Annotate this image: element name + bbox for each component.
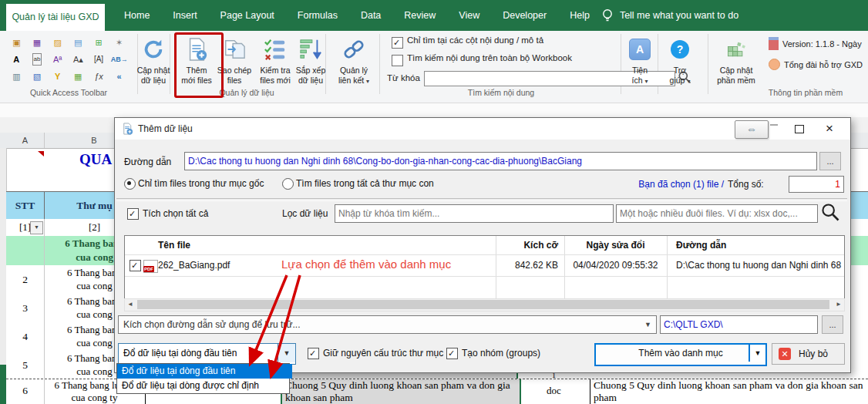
- search-files-icon[interactable]: [819, 201, 841, 226]
- briefcase-search-icon[interactable]: ▣: [12, 37, 20, 48]
- table-search-icon[interactable]: ▥: [12, 71, 20, 82]
- radio-subfolders[interactable]: [282, 178, 294, 190]
- tell-me-box[interactable]: Tell me what you want to do: [601, 8, 738, 22]
- column-header-a[interactable]: A: [6, 133, 45, 148]
- chevron-down-icon[interactable]: ▼: [278, 344, 295, 362]
- tab-insert[interactable]: Insert: [161, 10, 208, 21]
- font-style-icon[interactable]: Aª: [53, 54, 62, 65]
- close-button[interactable]: ×: [816, 119, 843, 139]
- translate-icon[interactable]: AB→: [111, 54, 128, 65]
- filter-label: Lọc dữ liệu: [282, 208, 328, 219]
- file-list-table: Tên file Kích cỡ Ngày sửa đổi Đường dẫn …: [124, 235, 845, 299]
- scroll-left-icon[interactable]: ◄: [125, 300, 136, 309]
- column-header-name[interactable]: Tên file: [158, 236, 190, 254]
- tab-quan-ly-tai-lieu-gxd[interactable]: Quản lý tài liệu GXD: [6, 4, 105, 31]
- row-mode-combobox[interactable]: Đổ dữ liệu tại dòng đầu tiên ▼: [118, 343, 296, 365]
- column-header-size[interactable]: Kích cỡ: [433, 236, 558, 254]
- checkbox-search-columns[interactable]: [392, 37, 403, 49]
- help-button[interactable]: ? Trợgiúp: [663, 33, 697, 99]
- open-folder-icon[interactable]: ▨: [53, 37, 61, 48]
- tab-data[interactable]: Data: [349, 10, 392, 21]
- horizontal-scrollbar[interactable]: ◄ ►: [124, 298, 845, 311]
- keyword-label: Từ khóa: [387, 73, 420, 82]
- scroll-right-icon[interactable]: ►: [833, 300, 844, 309]
- row-file-size: 842.62 KB: [433, 254, 558, 276]
- tab-developer[interactable]: Developer: [491, 10, 558, 21]
- dropdown-option-first-row[interactable]: Đổ dữ liệu tại dòng đầu tiên: [117, 364, 292, 379]
- add-to-catalog-button[interactable]: Thêm vào danh mục ▼: [594, 343, 767, 366]
- checkbox-select-all[interactable]: [127, 208, 139, 220]
- cell-doc-type[interactable]: doc: [518, 379, 590, 404]
- tab-help[interactable]: Help: [558, 10, 601, 21]
- dialog-title: Thêm dữ liệu: [138, 118, 193, 140]
- bold-a-icon[interactable]: A: [13, 54, 19, 65]
- minimize-button[interactable]: [770, 124, 778, 126]
- checkbox-keep-structure[interactable]: [308, 348, 319, 359]
- table-insert-icon[interactable]: ▧: [33, 71, 41, 82]
- refresh-data-button[interactable]: Cập nhậtdữ liệu: [136, 33, 170, 99]
- cell-content[interactable]: Chuong 5 Quy dinh luong khoan san pham v…: [590, 379, 868, 404]
- browse-path-button[interactable]: ...: [819, 152, 841, 170]
- hotline-info[interactable]: Tổng đài hỗ trợ GXD: [769, 59, 863, 70]
- checkbox-search-workbook[interactable]: [392, 55, 403, 66]
- org-chart-icon[interactable]: ⊞: [95, 37, 102, 48]
- filter-keyword-input[interactable]: [335, 204, 614, 223]
- browse-storage-button[interactable]: ...: [822, 315, 843, 334]
- column-header-path[interactable]: Đường dẫn: [676, 236, 726, 254]
- storage-path-input[interactable]: [660, 315, 818, 334]
- sheet-title: QUA: [79, 151, 112, 168]
- textbox-icon[interactable]: ab: [32, 53, 42, 66]
- resize-button[interactable]: ⇔: [735, 120, 769, 139]
- wrench-icon[interactable]: ✶: [116, 37, 123, 48]
- ribbon: ▣ ▦ ▨ ▤ ⊞ ✶ A ab Aª A▴ [A] AB→ ▥ ▧ Y ▦ ƒ…: [0, 31, 868, 103]
- red-x-icon: ✕: [779, 348, 791, 360]
- total-count-field[interactable]: 1: [789, 176, 844, 193]
- select-text-icon[interactable]: [A]: [94, 54, 103, 65]
- filter-icon[interactable]: Y: [55, 71, 60, 82]
- tab-formulas[interactable]: Formulas: [286, 10, 349, 21]
- cell-stt[interactable]: 3: [6, 294, 45, 322]
- chevron-down-icon: [644, 76, 648, 85]
- cell-stt[interactable]: 4: [6, 322, 45, 351]
- chevron-down-icon[interactable]: ▼: [749, 345, 765, 362]
- dropdown-option-specified-row[interactable]: Đổ dữ liệu tại dòng được chỉ định: [117, 379, 292, 393]
- maximize-button[interactable]: [788, 120, 811, 137]
- separator-line: [116, 198, 847, 201]
- tab-page-layout[interactable]: Page Layout: [209, 10, 286, 21]
- path-input[interactable]: [184, 152, 817, 170]
- cell-stt-header[interactable]: STT: [6, 192, 45, 219]
- storage-path-dropdown[interactable]: Kích chọn đường dẫn sử dụng để lưu trữ..…: [118, 315, 657, 334]
- tab-review[interactable]: Review: [392, 10, 447, 21]
- new-file-icon[interactable]: ▤: [74, 37, 82, 48]
- utilities-button[interactable]: A Tiệních: [624, 33, 655, 99]
- tab-view[interactable]: View: [447, 10, 491, 21]
- font-size-icon[interactable]: A▴: [73, 54, 83, 65]
- function-fx-icon[interactable]: ƒx: [94, 71, 103, 82]
- column-header-modified[interactable]: Ngày sửa đổi: [564, 236, 667, 254]
- row-checkbox[interactable]: [130, 260, 141, 271]
- chevron-down-icon: [366, 76, 369, 85]
- radio-root-folder[interactable]: [124, 178, 136, 190]
- cell-stt[interactable]: 2: [6, 265, 45, 294]
- tab-home[interactable]: Home: [113, 10, 161, 21]
- link-icon: [330, 33, 378, 66]
- cell-stt[interactable]: 6: [6, 379, 45, 404]
- manage-links-button[interactable]: Quản lýliên kết: [330, 33, 378, 99]
- table-grid-icon[interactable]: ▦: [74, 71, 82, 82]
- cancel-button[interactable]: ✕ Hủy bỏ: [772, 343, 845, 365]
- ribbon-separator: [379, 34, 380, 94]
- formula-bar[interactable]: [0, 103, 868, 118]
- scrollbar-thumb[interactable]: [137, 300, 829, 309]
- cell-stt[interactable]: 5: [6, 351, 45, 379]
- help-question-icon: ?: [671, 40, 689, 59]
- back-arrow-icon[interactable]: «: [117, 71, 122, 82]
- excel-title-ribbon-tabs: Quản lý tài liệu GXD Home Insert Page La…: [0, 0, 868, 31]
- dialog-title-bar[interactable]: Thêm dữ liệu ⇔ ×: [115, 118, 850, 140]
- cell-group-a[interactable]: [6, 236, 45, 265]
- filter-dropdown-icon[interactable]: ▼: [30, 221, 43, 234]
- add-data-dialog: Thêm dữ liệu ⇔ × Đường dẫn ... Chỉ tìm f…: [114, 117, 851, 373]
- save-icon[interactable]: ▦: [33, 37, 41, 48]
- file-extension-input[interactable]: [616, 204, 818, 223]
- cell-selected-content[interactable]: Chuong 5 Quy dinh luong khoan san pham v…: [281, 379, 521, 404]
- checkbox-create-groups[interactable]: [446, 348, 458, 359]
